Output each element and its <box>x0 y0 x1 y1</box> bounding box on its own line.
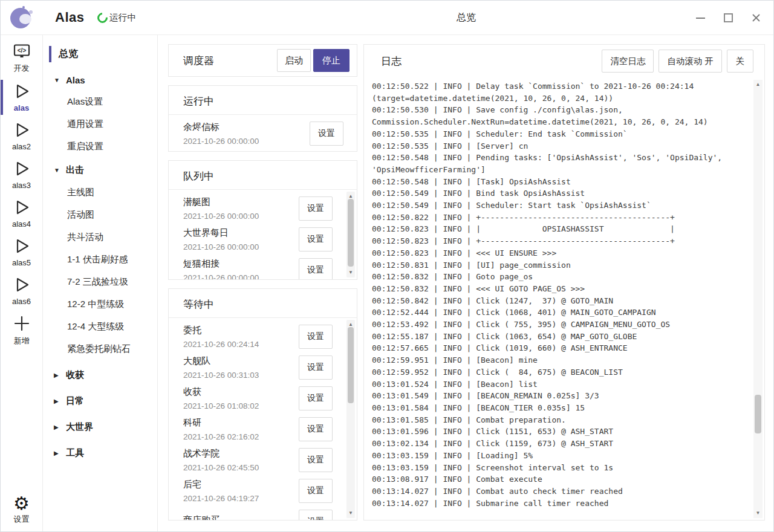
plus-icon <box>13 315 30 334</box>
menu-item[interactable]: 共斗活动 <box>43 226 157 248</box>
log-line: 00:12:50.822 | INFO | +-----------------… <box>372 212 746 224</box>
task-setting-button[interactable]: 设置 <box>299 386 333 410</box>
menu-item-overview[interactable]: 总览 <box>43 45 157 63</box>
menu-item[interactable]: 主线图 <box>43 181 157 204</box>
waiting-scrollbar[interactable]: ▲ ▼ <box>346 320 355 518</box>
scroll-down-icon[interactable]: ▼ <box>346 269 355 276</box>
menu-item[interactable]: 通用设置 <box>43 113 157 135</box>
nav-add[interactable]: 新增 <box>1 310 42 351</box>
scroll-up-icon[interactable]: ▲ <box>753 81 763 88</box>
task-name: 科研 <box>183 417 299 429</box>
nav-instance-label: alas5 <box>12 258 31 267</box>
log-line: 00:13:01.549 | INFO | [BEACON_REMAIN 0.0… <box>372 390 746 402</box>
menu-item[interactable]: 12-2 中型练级 <box>43 293 157 316</box>
task-setting-button[interactable]: 设置 <box>299 479 333 503</box>
log-line: 00:12:52.444 | INFO | Click (1068, 401) … <box>372 307 746 319</box>
task-row: 科研 2021-10-26 02:16:02 设置 <box>169 410 357 441</box>
menu-item[interactable]: 重启设置 <box>43 135 157 158</box>
scroll-down-icon[interactable]: ▼ <box>753 510 763 517</box>
log-line: 00:12:50.548 | INFO | Pending tasks: ['O… <box>372 152 746 164</box>
task-setting-button[interactable]: 设置 <box>299 196 333 221</box>
scrollbar-thumb[interactable] <box>348 199 354 267</box>
task-setting-button[interactable]: 设置 <box>299 227 333 251</box>
autoscroll-button[interactable]: 自动滚动 开 <box>659 50 722 73</box>
triangle-right-icon <box>54 372 66 378</box>
running-title: 运行中 <box>169 94 357 108</box>
nav-instance[interactable]: alas6 <box>1 271 42 310</box>
log-line: 00:13:08.917 | INFO | Combat execute <box>372 473 746 485</box>
nav-instance[interactable]: alas <box>1 78 42 117</box>
task-setting-button[interactable]: 设置 <box>299 510 333 520</box>
maximize-icon[interactable] <box>723 13 733 23</box>
task-time: 2021-10-26 04:19:27 <box>183 494 299 503</box>
stop-button[interactable]: 停止 <box>313 49 350 72</box>
task-time: 2021-10-26 00:00:00 <box>183 242 299 251</box>
task-setting-button[interactable]: 设置 <box>299 325 333 349</box>
scrollbar-thumb[interactable] <box>755 395 761 433</box>
log-line: 00:12:50.530 | INFO | Save config ./conf… <box>372 104 746 116</box>
nav-instance[interactable]: alas4 <box>1 194 42 233</box>
menu-item[interactable]: 12-4 大型练级 <box>43 316 157 338</box>
minimize-icon[interactable] <box>695 13 706 23</box>
log-line: 00:12:55.187 | INFO | Click (1063, 654) … <box>372 331 746 343</box>
menu-item[interactable]: 紧急委托刷钻石 <box>43 338 157 360</box>
log-line: 00:12:50.548 | INFO | [Task] OpsiAshAssi… <box>372 176 746 188</box>
gear-icon: ⚙ <box>13 495 30 513</box>
task-setting-button[interactable]: 设置 <box>299 258 333 279</box>
log-line: 00:13:01.524 | INFO | [Beacon] list <box>372 378 746 391</box>
nav-settings[interactable]: ⚙ 设置 <box>1 490 42 529</box>
app-body: </> 开发 alas alas2 <box>1 35 773 531</box>
nav-instance[interactable]: alas2 <box>1 117 42 155</box>
task-setting-button[interactable]: 设置 <box>299 355 333 380</box>
alas-logo-icon <box>9 5 34 30</box>
task-setting-button[interactable]: 设置 <box>299 448 333 472</box>
menu-item[interactable]: 1-1 伏击刷好感 <box>43 248 157 271</box>
log-scrollbar[interactable]: ▲ ▼ <box>753 80 763 518</box>
task-row: 委托 2021-10-26 00:24:14 设置 <box>169 318 357 349</box>
menu-group-label: 工具 <box>66 447 84 459</box>
task-time: 2021-10-26 02:16:02 <box>183 432 299 441</box>
clear-log-button[interactable]: 清空日志 <box>602 50 654 73</box>
run-status: 运行中 <box>97 12 136 24</box>
log-line: 00:13:14.027 | INFO | Submarine call tim… <box>372 498 746 510</box>
menu-group-tool[interactable]: 工具 <box>43 442 157 464</box>
page-title: 总览 <box>457 11 476 24</box>
nav-instance[interactable]: alas3 <box>1 155 42 194</box>
app-title: Alas <box>55 10 84 25</box>
task-name: 战术学院 <box>183 448 299 459</box>
scrollbar-thumb[interactable] <box>348 327 354 403</box>
scroll-down-icon[interactable]: ▼ <box>346 510 355 517</box>
menu-item[interactable]: 活动图 <box>43 204 157 226</box>
menu-group-combat[interactable]: 出击 <box>43 159 157 181</box>
menu-group-reward[interactable]: 收获 <box>43 364 157 386</box>
menu-group-label: Alas <box>66 75 85 85</box>
scheduler-title: 调度器 <box>183 54 277 68</box>
task-row: 商店购买 设置 <box>169 503 357 520</box>
task-setting-button[interactable]: 设置 <box>310 122 343 146</box>
window-controls <box>695 1 761 34</box>
nav-instance[interactable]: alas5 <box>1 233 42 271</box>
log-header: 日志 清空日志 自动滚动 开 关 <box>364 45 764 77</box>
menu-group-alas[interactable]: Alas <box>43 70 157 91</box>
nav-rail: </> 开发 alas alas2 <box>1 35 43 531</box>
menu-group-daily[interactable]: 日常 <box>43 390 157 412</box>
queued-scrollbar[interactable]: ▲ ▼ <box>346 192 355 277</box>
task-setting-button[interactable]: 设置 <box>299 417 333 441</box>
log-line: Commission.Scheduler.NextRun=datetime.da… <box>372 116 746 128</box>
close-icon[interactable] <box>751 13 761 23</box>
triangle-right-icon <box>54 398 66 404</box>
log-off-button[interactable]: 关 <box>727 50 753 73</box>
log-line: (target=datetime.datetime(2021, 10, 26, … <box>372 92 746 105</box>
log-output[interactable]: 00:12:50.522 | INFO | Delay task `Commis… <box>364 77 764 520</box>
code-monitor-icon: </> <box>13 44 31 62</box>
start-button[interactable]: 启动 <box>277 49 311 72</box>
menu-group-opsi[interactable]: 大世界 <box>43 416 157 438</box>
menu-item[interactable]: Alas设置 <box>43 91 157 113</box>
task-row: 收获 2021-10-26 01:08:02 设置 <box>169 380 357 410</box>
menu-item[interactable]: 7-2 三战捡垃圾 <box>43 271 157 293</box>
task-name: 大世界每日 <box>183 227 299 239</box>
nav-dev[interactable]: </> 开发 <box>1 39 42 78</box>
task-name: 大舰队 <box>183 355 299 367</box>
log-line: 00:13:03.159 | INFO | Screenshot interva… <box>372 462 746 474</box>
main-content: 调度器 启动 停止 运行中 余烬信标 2021-10-26 00:00:00 <box>158 35 773 531</box>
